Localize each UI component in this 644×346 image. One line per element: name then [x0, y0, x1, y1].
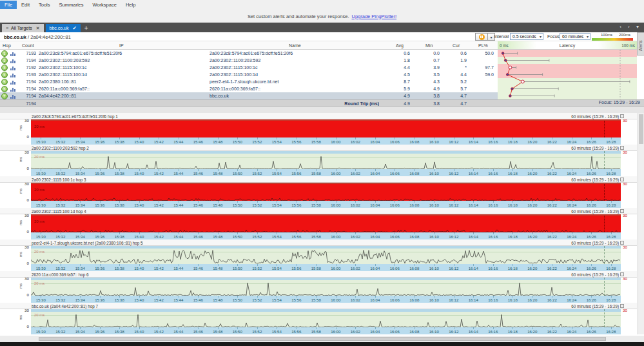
graph-panel-label: 2620:11a:c000:369:fa57:: hop 6 [32, 272, 88, 277]
menu-help[interactable]: Help [121, 1, 140, 9]
graph-plot-area[interactable]: 20 ms [31, 214, 621, 232]
col-cur[interactable]: Cur [453, 43, 460, 48]
y-right-label: 30 [623, 276, 627, 281]
new-tab-button[interactable]: + [84, 24, 88, 32]
graph-plot-area[interactable]: 20 ms [31, 119, 621, 137]
menu-tools[interactable]: Tools [34, 1, 55, 9]
time-tick-label: 16:24 [567, 203, 576, 207]
time-tick-label: 15:58 [311, 298, 321, 302]
cell-count: 7194 [19, 94, 36, 98]
time-tick-label: 16:12 [449, 329, 458, 334]
graph-plot-area[interactable]: 20 ms [31, 246, 621, 264]
graph-plot-area[interactable]: 20 ms [31, 151, 621, 169]
graphs-vertical-scrollbar[interactable] [638, 113, 644, 334]
col-avg[interactable]: Avg [396, 43, 404, 48]
time-tick-label: 15:50 [233, 203, 242, 207]
time-tick-label: 15:48 [213, 171, 222, 176]
time-tick-label: 15:46 [193, 203, 203, 207]
vscroll-thumb[interactable] [639, 114, 643, 144]
col-ip[interactable]: IP [119, 43, 124, 48]
graph-toggle-icon[interactable] [10, 80, 16, 85]
hop-status-icon: 1 [1, 50, 8, 57]
time-tick-label: 16:22 [547, 298, 557, 302]
check-icon: ✔ [73, 25, 77, 31]
graph-toggle-icon[interactable] [10, 94, 16, 99]
upgrade-link[interactable]: Upgrade PingPlotter! [351, 14, 396, 19]
time-tick-label: 15:56 [291, 171, 301, 176]
hscroll-thumb[interactable] [39, 337, 606, 341]
time-tick-label: 16:08 [409, 329, 419, 334]
tab-all-targets-label: All Targets [11, 26, 32, 30]
graph-plot-area[interactable]: 20 ms [31, 278, 621, 296]
time-tick-label: 15:56 [291, 329, 301, 334]
horizontal-scrollbar[interactable] [0, 336, 644, 342]
tab-scroll-controls[interactable]: ‹ › ▾ [620, 24, 641, 30]
latency-trace [31, 249, 621, 264]
pane-splitter[interactable]: ● ● ● [0, 107, 644, 113]
cell-ip: 2a00:2302::1115:100:1d [39, 72, 206, 77]
graph-toggle-icon[interactable] [10, 87, 16, 92]
cell-name: 2620:11a:c000:369:fa57:: [210, 86, 377, 91]
col-hop[interactable]: Hop [3, 43, 11, 48]
col-min[interactable]: Min [425, 43, 433, 48]
time-tick-label: 15:56 [291, 298, 301, 302]
time-tick-label: 15:44 [173, 234, 183, 239]
time-tick-label: 15:48 [213, 234, 222, 239]
timeline-graphs: 2a00:23c8:5794:ac01:e675:dcff:fe51:20f6 … [0, 113, 637, 334]
grid-icon: ≡ [6, 26, 8, 30]
menu-file[interactable]: File [0, 1, 17, 9]
focus-band[interactable] [31, 246, 621, 249]
menu-workspace[interactable]: Workspace [88, 1, 121, 9]
col-count[interactable]: Count [22, 43, 34, 48]
alerts-side-tab[interactable]: Alerts [637, 32, 644, 56]
cell-avg: 8.7 [387, 79, 410, 84]
banner-text: Set custom alerts and automate your resp… [248, 14, 349, 19]
y-max-label: 30 [24, 276, 29, 281]
chevron-down-icon: ▾ [587, 34, 589, 39]
graph-toggle-icon[interactable] [10, 66, 16, 70]
graph-toggle-icon[interactable] [10, 59, 16, 63]
menu-summaries[interactable]: Summaries [55, 1, 88, 9]
y-unit-label: ms [19, 283, 23, 289]
time-tick-label: 16:06 [390, 139, 400, 144]
grid-threshold-label: 20 ms [34, 188, 44, 192]
time-axis: 15:3015:3215:3415:3615:3815:4015:4215:44… [31, 232, 621, 239]
time-tick-label: 15:34 [75, 234, 85, 239]
grid-threshold-label: 20 ms [34, 219, 44, 223]
col-pl[interactable]: PL% [478, 43, 488, 48]
time-axis: 15:3015:3215:3415:3615:3815:4015:4215:44… [31, 201, 621, 208]
tab-all-targets[interactable]: ≡ All Targets ✕ [2, 24, 44, 32]
graph-plot-area[interactable]: 20 ms [31, 183, 621, 201]
cell-min: 0.7 [416, 58, 440, 63]
close-icon[interactable]: ✕ [36, 26, 40, 31]
graph-toggle-icon[interactable] [10, 73, 16, 77]
time-tick-label: 15:38 [115, 203, 124, 207]
tab-bbc-co-uk[interactable]: bbc.co.uk ✔ [46, 24, 81, 32]
y-right-label: 30 [623, 245, 627, 249]
menu-edit[interactable]: Edit [17, 1, 34, 9]
graph-panel-hop-6: 2620:11a:c000:369:fa57:: hop 660 minutes… [0, 271, 637, 303]
hop-status-icon: 5 [1, 79, 8, 85]
time-tick-label: 16:12 [449, 298, 458, 302]
y-unit-label: ms [19, 188, 23, 194]
target-host: bbc.co.uk [4, 34, 26, 40]
focus-band[interactable] [31, 278, 621, 280]
interval-select[interactable]: 0.5 seconds ▾ [510, 33, 543, 40]
focus-band[interactable] [31, 309, 621, 312]
time-tick-label: 16:20 [527, 329, 537, 334]
graph-plot-area[interactable]: 20 ms [31, 309, 621, 327]
time-tick-label: 15:40 [134, 266, 144, 270]
graph-toggle-icon[interactable] [10, 52, 16, 56]
focus-select[interactable]: 60 minutes ▾ [560, 33, 590, 40]
time-tick-label: 16:04 [370, 266, 380, 270]
col-name[interactable]: Name [289, 43, 301, 48]
y-unit-label: ms [19, 252, 23, 257]
focus-band[interactable] [31, 151, 621, 154]
latency-trace [31, 196, 621, 201]
time-tick-label: 16:14 [469, 298, 478, 302]
time-tick-label: 15:58 [311, 203, 321, 207]
time-tick-label: 15:52 [252, 329, 262, 334]
cell-ip: 2a04:4e42:200::81 [39, 94, 206, 98]
time-tick-label: 15:52 [252, 139, 262, 144]
pause-button[interactable] [475, 33, 488, 41]
